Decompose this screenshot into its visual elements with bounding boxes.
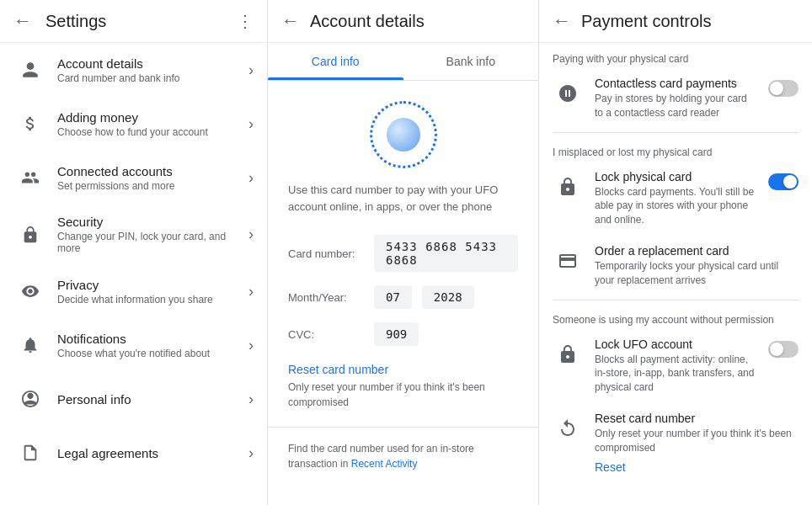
contactless-title: Contactless card payments <box>595 77 756 90</box>
lock-physical-toggle[interactable] <box>768 173 799 190</box>
replacement-card-desc: Temporarily locks your physical card unt… <box>595 259 799 288</box>
card-number-row: Card number: 5433 6868 5433 6868 <box>268 228 538 279</box>
tab-card-info[interactable]: Card info <box>268 43 403 80</box>
security-icon <box>13 218 47 252</box>
lock-ufo-toggle-area <box>768 338 799 358</box>
divider <box>268 427 538 428</box>
notifications-text: Notifications Choose what you're notifie… <box>47 332 248 359</box>
chevron-icon: › <box>248 115 254 133</box>
legal-icon <box>13 436 47 470</box>
bottom-note: Find the card number used for an in-stor… <box>268 434 538 478</box>
card-description: Use this card number to pay with your UF… <box>268 182 538 228</box>
lock-ufo-title: Lock UFO account <box>595 338 756 351</box>
sidebar-item-legal-agreements[interactable]: Legal agreements › <box>0 426 267 480</box>
section-label-without-permission: Someone is using my account without perm… <box>539 304 812 329</box>
account-details-text: Account details Card number and bank inf… <box>47 56 248 84</box>
privacy-label: Privacy <box>57 278 238 292</box>
cvc-row: CVC: 909 <box>268 316 538 353</box>
month-value: 07 <box>374 285 412 309</box>
card-number-label: Card number: <box>288 247 364 260</box>
replacement-card-icon <box>553 246 583 276</box>
payment-controls-title: Payment controls <box>581 12 712 31</box>
account-details-title: Account details <box>310 12 425 31</box>
more-icon[interactable]: ⋮ <box>237 11 254 31</box>
replacement-card-text: Order a replacement card Temporarily loc… <box>595 244 799 288</box>
replacement-card-title: Order a replacement card <box>595 244 799 258</box>
connected-accounts-sublabel: Set permissions and more <box>57 180 238 192</box>
chevron-icon: › <box>248 337 254 354</box>
lock-ufo-toggle[interactable] <box>768 341 799 358</box>
adding-money-label: Adding money <box>57 110 238 125</box>
account-back-icon[interactable]: ← <box>281 10 300 32</box>
privacy-sublabel: Decide what information you share <box>57 294 238 306</box>
lock-ufo-desc: Blocks all payment activity: online, in-… <box>595 353 756 395</box>
replacement-card-item: Order a replacement card Temporarily loc… <box>539 236 812 296</box>
chevron-icon: › <box>248 226 254 243</box>
tab-bank-info[interactable]: Bank info <box>403 43 539 80</box>
payment-header: ← Payment controls <box>539 0 812 43</box>
contactless-text: Contactless card payments Pay in stores … <box>595 77 756 120</box>
legal-agreements-label: Legal agreements <box>57 446 238 460</box>
chevron-icon: › <box>248 391 254 408</box>
sidebar-item-notifications[interactable]: Notifications Choose what you're notifie… <box>0 318 267 372</box>
sidebar-item-account-details[interactable]: Account details Card number and bank inf… <box>0 43 267 97</box>
lock-physical-title: Lock physical card <box>595 170 756 183</box>
chevron-icon: › <box>248 61 254 79</box>
recent-activity-link[interactable]: Recent Activity <box>351 458 418 470</box>
section-label-misplaced: I misplaced or lost my physical card <box>539 136 812 162</box>
security-text: Security Change your PIN, lock your card… <box>47 215 248 254</box>
divider <box>553 132 799 133</box>
settings-title: Settings <box>45 12 223 31</box>
sidebar-item-personal-info[interactable]: Personal info › <box>0 372 267 426</box>
connected-accounts-text: Connected accounts Set permissions and m… <box>47 164 248 192</box>
divider <box>553 300 799 300</box>
sidebar-item-connected-accounts[interactable]: Connected accounts Set permissions and m… <box>0 151 267 205</box>
personal-info-text: Personal info <box>47 392 248 407</box>
contactless-toggle[interactable] <box>768 80 799 97</box>
lock-physical-desc: Blocks card payments. You'll still be ab… <box>595 185 756 227</box>
chevron-icon: › <box>248 444 254 462</box>
notifications-icon <box>13 328 47 362</box>
notifications-sublabel: Choose what you're notified about <box>57 348 238 359</box>
card-logo-inner <box>387 118 420 152</box>
lock-ufo-icon <box>553 339 583 369</box>
sidebar-item-adding-money[interactable]: Adding money Choose how to fund your acc… <box>0 97 267 151</box>
back-icon[interactable]: ← <box>13 10 32 32</box>
adding-money-text: Adding money Choose how to fund your acc… <box>47 110 248 138</box>
account-details-label: Account details <box>57 56 238 71</box>
legal-agreements-text: Legal agreements <box>47 446 248 460</box>
personal-info-label: Personal info <box>57 392 238 407</box>
lock-physical-text: Lock physical card Blocks card payments.… <box>595 170 756 227</box>
reset-button[interactable]: Reset <box>595 460 626 474</box>
sidebar-item-privacy[interactable]: Privacy Decide what information you shar… <box>0 264 267 318</box>
reset-card-number-link[interactable]: Reset card number <box>268 353 538 380</box>
lock-physical-toggle-area <box>768 170 799 190</box>
account-details-sublabel: Card number and bank info <box>57 72 238 84</box>
reset-card-desc: Only reset your number if you think it's… <box>595 427 799 455</box>
chevron-icon: › <box>248 169 254 187</box>
lock-ufo-item: Lock UFO account Blocks all payment acti… <box>539 329 812 403</box>
contactless-toggle-area <box>768 77 799 97</box>
section-label-physical-card: Paying with your physical card <box>539 43 812 68</box>
payment-back-icon[interactable]: ← <box>553 10 571 32</box>
account-icon <box>13 53 47 87</box>
card-logo-circle <box>370 101 437 168</box>
adding-money-sublabel: Choose how to fund your account <box>57 126 238 138</box>
security-sublabel: Change your PIN, lock your card, and mor… <box>57 231 238 254</box>
reset-card-title: Reset card number <box>595 412 799 425</box>
lock-physical-icon <box>553 172 583 202</box>
settings-panel: ← Settings ⋮ Account details Card number… <box>0 0 268 505</box>
tab-bar: Card info Bank info <box>268 43 538 81</box>
connected-icon <box>13 161 47 194</box>
chevron-icon: › <box>248 283 254 300</box>
lock-physical-item: Lock physical card Blocks card payments.… <box>539 162 812 236</box>
reset-card-text: Reset card number Only reset your number… <box>595 412 799 474</box>
contactless-item: Contactless card payments Pay in stores … <box>539 68 812 129</box>
card-number-value: 5433 6868 5433 6868 <box>374 235 518 272</box>
cvc-label: CVC: <box>288 328 364 341</box>
year-value: 2028 <box>422 285 474 309</box>
reset-description: Only reset your number if you think it's… <box>268 380 538 420</box>
sidebar-item-security[interactable]: Security Change your PIN, lock your card… <box>0 205 267 264</box>
security-label: Security <box>57 215 238 229</box>
notifications-label: Notifications <box>57 332 238 346</box>
